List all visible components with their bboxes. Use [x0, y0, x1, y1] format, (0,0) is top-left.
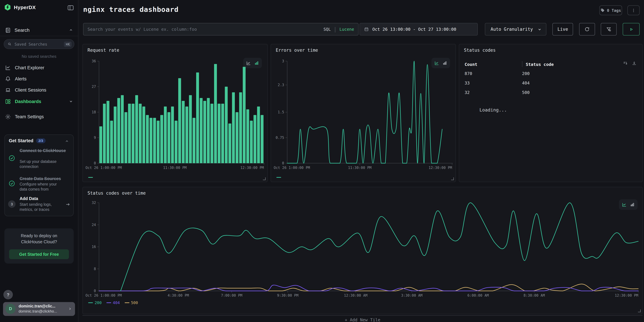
get-started-free-button[interactable]: Get Started for Free — [9, 249, 69, 259]
granularity-select[interactable]: Auto Granularity — [485, 23, 546, 36]
sidebar-item-search[interactable]: Search — [0, 25, 78, 35]
svg-text:0: 0 — [282, 161, 284, 165]
saved-searches-placeholder: Saved Searches — [14, 42, 47, 46]
filter-funnel-icon — [606, 26, 612, 32]
chevron-down-icon — [537, 27, 542, 32]
svg-text:8: 8 — [94, 267, 96, 271]
chevron-down-icon[interactable] — [68, 99, 73, 104]
legend-dash — [88, 302, 93, 303]
cell-count: 33 — [464, 80, 522, 85]
sidebar-item-label: Search — [14, 27, 30, 33]
run-query-button[interactable] — [623, 23, 640, 36]
refresh-button[interactable] — [579, 23, 595, 36]
svg-text:Oct 26 1:00:00 PM: Oct 26 1:00:00 PM — [86, 166, 122, 170]
cell-count: 32 — [464, 90, 522, 95]
tag-icon — [600, 8, 605, 12]
user-email: dominic.tran@clickho... — [18, 309, 57, 313]
bell-icon — [5, 76, 12, 82]
svg-text:36: 36 — [92, 59, 96, 63]
sidebar-item-label: Client Sessions — [15, 87, 46, 92]
lucene-mode-toggle[interactable]: Lucene — [340, 27, 354, 32]
column-header-status-code[interactable]: Status code — [526, 62, 554, 67]
legend-dash — [276, 177, 281, 178]
svg-text:12:30:00 PM: 12:30:00 PM — [428, 166, 452, 170]
panel-errors-over-time: Errors over time 00.751.52.33Oct 26 1:00… — [271, 44, 456, 182]
table-row[interactable]: 32500 — [464, 88, 622, 97]
step-number: 3 — [8, 200, 16, 208]
column-header-count[interactable]: Count — [464, 62, 522, 67]
svg-text:3: 3 — [282, 59, 284, 63]
brand[interactable]: HyperDX — [4, 4, 36, 11]
panel-title: Request rate — [88, 48, 119, 53]
check-circle-icon — [8, 180, 16, 187]
sidebar-item-team-settings[interactable]: Team Settings — [0, 112, 78, 122]
sort-icon[interactable] — [623, 60, 628, 66]
legend-item[interactable]: 404 — [106, 300, 120, 305]
hyperdx-logo-icon — [4, 4, 11, 11]
step-desc: Configure where your data comes from — [20, 182, 64, 192]
panel-title: Status codes — [464, 48, 496, 53]
brand-name: HyperDX — [14, 4, 36, 10]
cell-status-code: 500 — [522, 90, 530, 95]
legend-item[interactable]: 200 — [88, 300, 102, 305]
sidebar-item-alerts[interactable]: Alerts — [0, 74, 78, 84]
help-button[interactable]: ? — [4, 290, 13, 299]
svg-text:7:00:00 PM: 7:00:00 PM — [221, 294, 242, 298]
sidebar-item-chart-explorer[interactable]: Chart Explorer — [0, 62, 78, 73]
date-range-picker[interactable]: Oct 26 13:00:00 - Oct 27 13:00:00 — [360, 23, 478, 36]
svg-text:11:30:00 PM: 11:30:00 PM — [348, 166, 372, 170]
table-row[interactable]: 870200 — [464, 68, 622, 78]
panel-title: Errors over time — [276, 48, 318, 53]
search-placeholder: Search your events w/ Lucene ex. column:… — [88, 27, 324, 32]
errors-over-time-chart[interactable]: 00.751.52.33Oct 26 1:00:00 PM11:30:00 PM… — [271, 58, 456, 170]
play-icon — [628, 26, 634, 32]
step-desc: Set up your database connection — [20, 159, 64, 169]
sidebar-item-dashboards[interactable]: Dashboards — [0, 96, 78, 106]
user-menu[interactable]: D dominic.tran@clic... dominic.tran@clic… — [3, 302, 75, 316]
legend-item[interactable]: 500 — [124, 300, 138, 305]
sidebar-item-label: Dashboards — [15, 99, 41, 104]
sidebar-item-client-sessions[interactable]: Client Sessions — [0, 85, 78, 95]
legend-dash — [106, 302, 111, 303]
sidebar-item-label: Team Settings — [15, 114, 44, 119]
chevron-up-icon[interactable] — [64, 139, 69, 144]
arrow-right-icon — [65, 202, 70, 207]
sidebar: HyperDX Search Saved Searches ⌘K No save… — [0, 0, 78, 322]
tags-button[interactable]: 0 Tags — [600, 6, 622, 15]
download-icon[interactable] — [632, 60, 637, 66]
chart-legend: 200404500 — [88, 300, 138, 305]
sql-mode-toggle[interactable]: SQL — [324, 27, 331, 32]
resize-handle[interactable] — [638, 310, 640, 312]
sidebar-collapse-icon[interactable] — [67, 4, 74, 12]
legend-item[interactable] — [276, 177, 281, 178]
status-codes-over-time-chart[interactable]: 08162432Oct 26 1:00:00 PM4:30:00 PM7:00:… — [83, 201, 643, 302]
legend-item[interactable] — [88, 177, 93, 178]
svg-text:2.3: 2.3 — [278, 83, 284, 87]
loading-text: Loading... — [480, 107, 507, 112]
filter-button[interactable] — [601, 23, 617, 36]
request-rate-chart[interactable]: 09182736Oct 26 1:00:00 PM11:30:00 PM12:3… — [83, 58, 268, 170]
search-icon — [8, 42, 12, 46]
step-title: Connect to ClickHouse — [20, 148, 66, 154]
granularity-value: Auto Granularity — [490, 27, 537, 32]
saved-searches-input[interactable]: Saved Searches ⌘K — [4, 39, 74, 49]
laptop-icon — [5, 87, 12, 93]
resize-handle[interactable] — [451, 178, 454, 180]
panel-request-rate: Request rate 09182736Oct 26 1:00:00 PM11… — [82, 44, 268, 182]
svg-text:8:30:00 AM: 8:30:00 AM — [524, 294, 545, 298]
svg-text:12:30:00 PM: 12:30:00 PM — [240, 166, 264, 170]
svg-text:Oct 26 1:00:00 PM: Oct 26 1:00:00 PM — [86, 294, 122, 298]
add-new-tile-button[interactable]: + Add New Tile — [82, 315, 643, 322]
svg-text:9: 9 — [94, 136, 96, 140]
progress-badge: 2/3 — [36, 138, 46, 143]
no-saved-searches-text: No saved searches — [0, 54, 78, 59]
chevron-up-icon[interactable] — [68, 28, 73, 32]
live-button[interactable]: Live — [552, 23, 573, 36]
refresh-icon — [584, 26, 590, 32]
event-search-input[interactable]: Search your events w/ Lucene ex. column:… — [83, 23, 358, 36]
avatar: D — [6, 304, 16, 314]
resize-handle[interactable] — [263, 178, 266, 180]
table-row[interactable]: 33404 — [464, 78, 622, 88]
more-menu-button[interactable] — [628, 6, 640, 15]
column-divider[interactable] — [522, 62, 522, 67]
